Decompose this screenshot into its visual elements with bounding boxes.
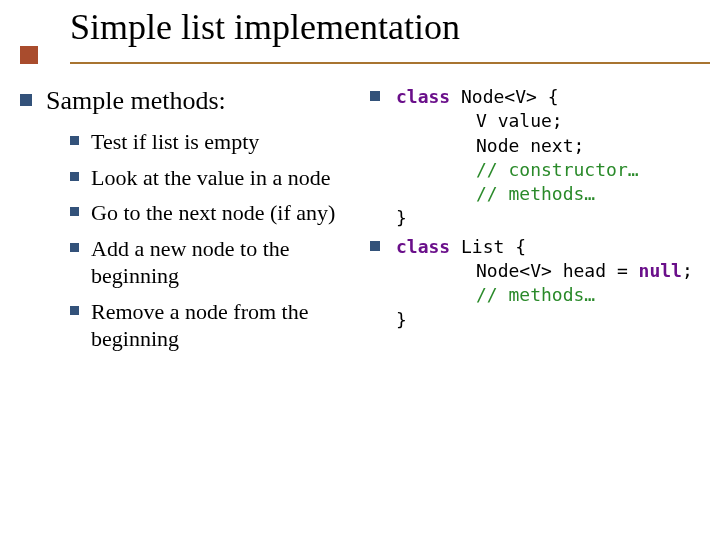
square-bullet-icon <box>70 207 79 216</box>
list-item: Go to the next node (if any) <box>70 199 360 227</box>
code-snippet-item: class List {Node<V> head = null;// metho… <box>370 235 700 332</box>
square-bullet-icon <box>70 172 79 181</box>
sub-item-label: Remove a node from the beginning <box>91 298 360 353</box>
list-item: Remove a node from the beginning <box>70 298 360 353</box>
title-accent-square <box>20 46 38 64</box>
left-column: Sample methods: Test if list is empty Lo… <box>20 85 360 361</box>
square-bullet-icon <box>70 136 79 145</box>
square-bullet-icon <box>370 241 380 251</box>
slide-title: Simple list implementation <box>70 8 700 48</box>
left-heading: Sample methods: <box>46 85 226 116</box>
title-area: Simple list implementation <box>70 8 700 52</box>
slide-body: Sample methods: Test if list is empty Lo… <box>20 85 700 361</box>
title-underline <box>70 62 710 64</box>
list-item: Test if list is empty <box>70 128 360 156</box>
sub-list: Test if list is empty Look at the value … <box>70 128 360 353</box>
sub-item-label: Add a new node to the beginning <box>91 235 360 290</box>
sub-item-label: Test if list is empty <box>91 128 259 156</box>
sub-item-label: Go to the next node (if any) <box>91 199 335 227</box>
list-item: Add a new node to the beginning <box>70 235 360 290</box>
code-snippet-item: class Node<V> {V value;Node next;// cons… <box>370 85 700 231</box>
code-snippet: class Node<V> {V value;Node next;// cons… <box>396 85 639 231</box>
square-bullet-icon <box>70 306 79 315</box>
list-item: Look at the value in a node <box>70 164 360 192</box>
square-bullet-icon <box>20 94 32 106</box>
slide: Simple list implementation Sample method… <box>0 0 720 540</box>
code-snippet: class List {Node<V> head = null;// metho… <box>396 235 693 332</box>
square-bullet-icon <box>70 243 79 252</box>
square-bullet-icon <box>370 91 380 101</box>
list-item: Sample methods: <box>20 85 360 116</box>
sub-item-label: Look at the value in a node <box>91 164 330 192</box>
right-column: class Node<V> {V value;Node next;// cons… <box>360 85 700 361</box>
